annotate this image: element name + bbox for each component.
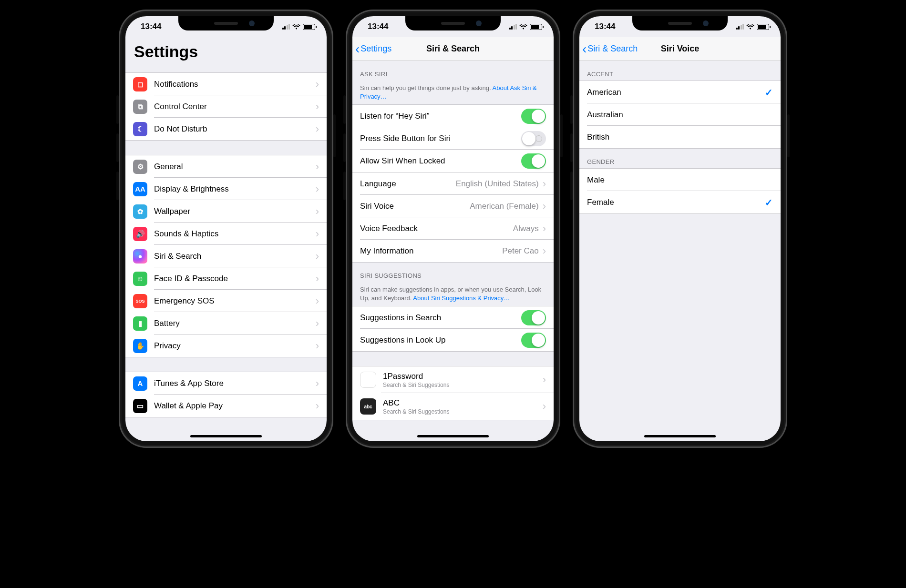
app-sub: Search & Siri Suggestions bbox=[383, 382, 543, 388]
siri-content[interactable]: ASK SIRI Siri can help you get things do… bbox=[352, 61, 554, 441]
wifi-icon bbox=[292, 24, 300, 30]
settings-row-sounds[interactable]: 🔊 Sounds & Haptics › bbox=[125, 223, 327, 245]
option-male[interactable]: Male bbox=[579, 169, 781, 191]
settings-row-sos[interactable]: SOS Emergency SOS › bbox=[125, 290, 327, 312]
option-label: Australian bbox=[587, 110, 773, 120]
row-sugg-lookup: Suggestions in Look Up bbox=[352, 329, 554, 351]
back-button[interactable]: ‹ Siri & Search bbox=[582, 42, 638, 56]
app-row-1password[interactable]: ① 1Password Search & Siri Suggestions › bbox=[352, 366, 554, 393]
row-label: General bbox=[154, 162, 316, 172]
settings-row-itunes[interactable]: A iTunes & App Store › bbox=[125, 372, 327, 395]
row-label: Listen for “Hey Siri” bbox=[360, 112, 521, 121]
chevron-right-icon: › bbox=[316, 273, 319, 285]
itunes-icon: A bbox=[133, 376, 147, 391]
section-header-gender: GENDER bbox=[579, 149, 781, 168]
option-australian[interactable]: Australian bbox=[579, 103, 781, 126]
option-british[interactable]: British bbox=[579, 126, 781, 148]
chevron-right-icon: › bbox=[316, 295, 319, 307]
control-center-icon: ⧉ bbox=[133, 100, 147, 114]
settings-row-notifications[interactable]: ◻ Notifications › bbox=[125, 73, 327, 95]
page-title: Siri & Search bbox=[426, 44, 480, 54]
voice-content[interactable]: ACCENT American ✓ Australian British GEN… bbox=[579, 61, 781, 441]
toggle-sugg-search[interactable] bbox=[521, 310, 546, 325]
settings-row-privacy[interactable]: ✋ Privacy › bbox=[125, 335, 327, 357]
app-row-abc[interactable]: abc ABC Search & Siri Suggestions › bbox=[352, 393, 554, 420]
phone-siri-search: 13:44 ‹ Settings Siri & Search ASK SIRI … bbox=[346, 10, 560, 448]
row-label: Display & Brightness bbox=[154, 184, 316, 194]
settings-row-wallet[interactable]: ▭ Wallet & Apple Pay › bbox=[125, 395, 327, 417]
settings-row-dnd[interactable]: ☾ Do Not Disturb › bbox=[125, 118, 327, 140]
toggle-allow-locked[interactable] bbox=[521, 153, 546, 169]
chevron-right-icon: › bbox=[316, 400, 319, 412]
settings-row-wallpaper[interactable]: ✿ Wallpaper › bbox=[125, 200, 327, 223]
chevron-right-icon: › bbox=[543, 245, 546, 257]
toggle-hey-siri[interactable] bbox=[521, 109, 546, 124]
siri-icon: ● bbox=[133, 249, 147, 264]
toggle-side-button[interactable] bbox=[521, 131, 546, 146]
row-label: Emergency SOS bbox=[154, 296, 316, 306]
option-american[interactable]: American ✓ bbox=[579, 81, 781, 103]
sos-icon: SOS bbox=[133, 294, 147, 308]
row-label: My Information bbox=[360, 246, 502, 256]
general-icon: ⚙ bbox=[133, 160, 147, 174]
chevron-right-icon: › bbox=[316, 123, 319, 135]
row-label: Voice Feedback bbox=[360, 224, 513, 233]
settings-row-general[interactable]: ⚙ General › bbox=[125, 155, 327, 178]
settings-row-display[interactable]: AA Display & Brightness › bbox=[125, 178, 327, 200]
row-voice[interactable]: Siri Voice American (Female) › bbox=[352, 195, 554, 217]
sounds-icon: 🔊 bbox=[133, 227, 147, 241]
row-detail: Always bbox=[513, 224, 539, 233]
page-title: Siri Voice bbox=[661, 44, 700, 54]
row-label: Press Side Button for Siri bbox=[360, 134, 521, 143]
settings-row-siri[interactable]: ● Siri & Search › bbox=[125, 245, 327, 267]
row-feedback[interactable]: Voice Feedback Always › bbox=[352, 217, 554, 240]
chevron-right-icon: › bbox=[316, 78, 319, 91]
row-label: Allow Siri When Locked bbox=[360, 156, 521, 166]
option-label: Male bbox=[587, 175, 773, 185]
wifi-icon bbox=[746, 24, 754, 30]
chevron-right-icon: › bbox=[543, 200, 546, 213]
check-icon: ✓ bbox=[765, 87, 773, 98]
option-female[interactable]: Female ✓ bbox=[579, 191, 781, 213]
status-time: 13:44 bbox=[595, 22, 615, 31]
settings-content[interactable]: ◻ Notifications › ⧉ Control Center › ☾ D… bbox=[125, 66, 327, 441]
signal-icon bbox=[736, 24, 744, 30]
home-indicator[interactable] bbox=[644, 435, 716, 437]
notch bbox=[405, 16, 501, 30]
row-label: Siri Voice bbox=[360, 202, 470, 211]
row-language[interactable]: Language English (United States) › bbox=[352, 172, 554, 195]
row-label: Notifications bbox=[154, 80, 316, 89]
row-label: Language bbox=[360, 179, 456, 189]
chevron-right-icon: › bbox=[316, 183, 319, 195]
row-allow-locked: Allow Siri When Locked bbox=[352, 150, 554, 172]
settings-row-battery[interactable]: ▮ Battery › bbox=[125, 312, 327, 335]
chevron-right-icon: › bbox=[316, 340, 319, 352]
section-header-suggestions: SIRI SUGGESTIONS bbox=[352, 263, 554, 282]
chevron-right-icon: › bbox=[316, 250, 319, 263]
chevron-right-icon: › bbox=[316, 317, 319, 330]
chevron-right-icon: › bbox=[543, 400, 546, 413]
home-indicator[interactable] bbox=[190, 435, 262, 437]
chevron-left-icon: ‹ bbox=[355, 42, 360, 56]
notch bbox=[632, 16, 728, 30]
battery-icon bbox=[530, 24, 542, 30]
battery-icon bbox=[303, 24, 315, 30]
chevron-right-icon: › bbox=[316, 101, 319, 113]
option-label: Female bbox=[587, 198, 765, 207]
app-sub: Search & Siri Suggestions bbox=[383, 408, 543, 415]
row-label: Battery bbox=[154, 319, 316, 328]
settings-row-control-center[interactable]: ⧉ Control Center › bbox=[125, 95, 327, 118]
back-button[interactable]: ‹ Settings bbox=[355, 42, 391, 56]
row-hey-siri: Listen for “Hey Siri” bbox=[352, 105, 554, 127]
row-label: Wallet & Apple Pay bbox=[154, 401, 316, 411]
wallpaper-icon: ✿ bbox=[133, 204, 147, 219]
row-myinfo[interactable]: My Information Peter Cao › bbox=[352, 240, 554, 262]
toggle-sugg-lookup[interactable] bbox=[521, 333, 546, 348]
home-indicator[interactable] bbox=[417, 435, 489, 437]
about-suggestions-link[interactable]: About Siri Suggestions & Privacy… bbox=[413, 294, 510, 302]
nav-bar: ‹ Siri & Search Siri Voice bbox=[579, 37, 781, 61]
notch bbox=[178, 16, 274, 30]
settings-row-faceid[interactable]: ☺ Face ID & Passcode › bbox=[125, 267, 327, 290]
status-time: 13:44 bbox=[141, 22, 161, 31]
dnd-icon: ☾ bbox=[133, 122, 147, 136]
